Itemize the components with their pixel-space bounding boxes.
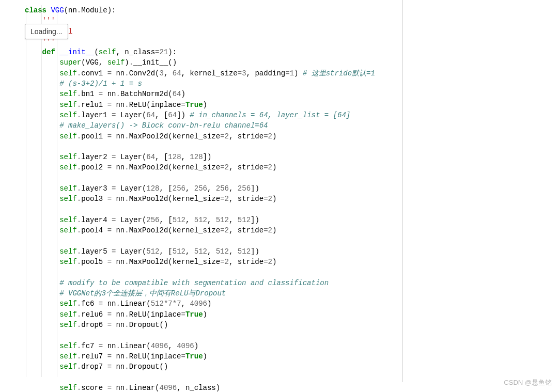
comment: # VGGNet的3个全连接层，中间有ReLU与Dropout (59, 289, 226, 297)
comment: # modify to be compatible with segmentat… (59, 279, 329, 287)
comment: # 这里stride默认=1 (303, 69, 375, 77)
keyword-class: class (25, 6, 47, 14)
keyword-def: def (42, 48, 55, 56)
loading-tooltip: Loading... (25, 24, 68, 39)
comment: # in_channels = 64, layer_list = [64] (190, 111, 350, 119)
source-code: class VGG(nn.Module): ''' del ''' def __… (4, 5, 402, 392)
comment: # make_layers() -> Block conv-bn-relu ch… (59, 121, 268, 130)
function-name: __init__ (59, 48, 94, 56)
loading-label: Loading... (30, 27, 63, 36)
code-block: class VGG(nn.Module): ''' del ''' def __… (0, 0, 403, 382)
class-name: VGG (51, 6, 64, 14)
comment: # (s-3+2)/1 + 1 = s (59, 80, 142, 88)
watermark-text: CSDN @悬鱼铭 (504, 378, 552, 388)
